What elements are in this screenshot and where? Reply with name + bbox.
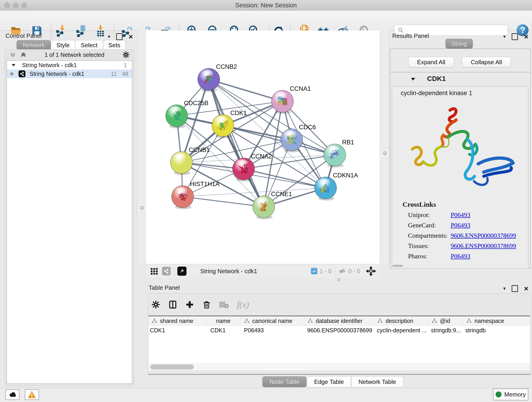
table-cell: stringdb:9... bbox=[427, 326, 462, 335]
collection-label: String Network - cdk1 bbox=[22, 62, 77, 69]
expand-all-chevron-icon[interactable] bbox=[20, 51, 27, 58]
birdseye-grid-icon[interactable] bbox=[150, 267, 158, 275]
node-CDKN1A[interactable]: CDKN1A bbox=[315, 172, 358, 201]
edge-CCNB2-CCNA1[interactable] bbox=[209, 79, 283, 101]
crosslinks-title: CrossLinks bbox=[403, 201, 436, 208]
warnings-button[interactable] bbox=[25, 389, 39, 400]
gene-name: CDK1 bbox=[427, 75, 446, 83]
results-panel-close-button[interactable]: × bbox=[524, 34, 528, 39]
table-panel-float-button[interactable] bbox=[512, 285, 518, 292]
network-canvas[interactable]: CCNB2CCNA1CDC25BCDK1CDC6RB1CCNB1CCNA2CDK… bbox=[146, 31, 380, 264]
crosslink-link[interactable]: P06493 bbox=[451, 253, 470, 260]
horizontal-splitter[interactable] bbox=[146, 278, 532, 282]
table-cell: cyclin-dependent ... bbox=[373, 326, 427, 335]
fit-content-crosshair-icon[interactable] bbox=[366, 266, 376, 276]
results-panel-menu-button[interactable]: ▾ bbox=[503, 34, 506, 40]
table-panel: Table Panel ▾ × bbox=[146, 282, 532, 387]
column-type-icon bbox=[307, 318, 313, 324]
left-splitter[interactable] bbox=[137, 31, 146, 264]
memory-status-dot-icon bbox=[496, 391, 501, 397]
tab-style[interactable]: Style bbox=[51, 40, 75, 50]
scrollbar-thumb[interactable] bbox=[150, 364, 194, 370]
crosslink-link[interactable]: 9606.ENSP00000378699 bbox=[451, 232, 516, 239]
tab-sets[interactable]: Sets bbox=[103, 40, 126, 50]
table-settings-gear-icon[interactable] bbox=[151, 300, 160, 309]
memory-label: Memory bbox=[504, 391, 526, 398]
collapse-all-button[interactable]: Collapse All bbox=[462, 57, 511, 67]
window-title: Session: New Session bbox=[0, 2, 532, 9]
control-panel-title: Control Panel bbox=[6, 32, 42, 39]
gear-icon[interactable] bbox=[122, 51, 130, 59]
results-panel-float-button[interactable] bbox=[512, 33, 518, 40]
node-RB1[interactable]: RB1 bbox=[324, 139, 354, 167]
delete-column-trash-icon[interactable] bbox=[202, 300, 211, 309]
add-column-plus-icon[interactable] bbox=[185, 300, 194, 309]
table-cell: stringdb bbox=[462, 326, 530, 335]
node-label-CCNB1: CCNB1 bbox=[189, 147, 210, 153]
network-selection-status: 1 of 1 Network selected bbox=[27, 51, 122, 58]
network-status-dot-icon bbox=[10, 72, 13, 76]
tab-string[interactable]: String bbox=[445, 39, 473, 49]
crosslink-link[interactable]: 9606.ENSP00000378699 bbox=[451, 242, 516, 249]
gene-description: cyclin-dependent kinase 1 bbox=[401, 89, 472, 97]
hidden-eye-slash-icon bbox=[338, 267, 346, 275]
tab-edge-table[interactable]: Edge Table bbox=[307, 376, 351, 387]
left-splitter-grabber[interactable] bbox=[138, 204, 146, 212]
tab-node-table[interactable]: Node Table bbox=[262, 376, 307, 387]
table-panel-title: Table Panel bbox=[149, 284, 180, 291]
gene-section-caret-icon[interactable] bbox=[410, 76, 416, 82]
show-columns-icon[interactable] bbox=[168, 300, 177, 309]
column-header-canonical-name[interactable]: canonical name bbox=[241, 316, 304, 325]
memory-button[interactable]: Memory bbox=[493, 389, 528, 400]
crosslink-link[interactable]: P06493 bbox=[451, 211, 470, 219]
control-panel-close-button[interactable]: × bbox=[128, 34, 133, 39]
column-type-icon bbox=[244, 318, 249, 324]
selected-checkbox-icon[interactable] bbox=[311, 268, 317, 274]
column-type-icon bbox=[377, 318, 383, 324]
network-row-selected[interactable]: String Network - cdk1 11 48 bbox=[7, 70, 132, 78]
table-cell: P06493 bbox=[240, 326, 304, 335]
status-bar: Memory bbox=[0, 388, 532, 402]
crosslink-link[interactable]: P06493 bbox=[451, 222, 470, 229]
column-header-name[interactable]: name bbox=[207, 316, 241, 325]
tab-network[interactable]: Network bbox=[17, 40, 51, 50]
node-label-HIST1H1A: HIST1H1A bbox=[190, 181, 220, 187]
table-row[interactable]: CDK1CDK1P064939606.ENSP00000378699cyclin… bbox=[148, 326, 530, 335]
edge-HIST1H1A-CCNE1[interactable] bbox=[183, 197, 264, 207]
table-panel-menu-button[interactable]: ▾ bbox=[503, 286, 506, 292]
open-in-new-window-icon[interactable] bbox=[177, 267, 186, 276]
right-splitter-grabber[interactable] bbox=[380, 149, 389, 157]
node-label-CDC6: CDC6 bbox=[299, 124, 316, 131]
control-panel-float-button[interactable] bbox=[116, 33, 123, 40]
node-label-CCNE1: CCNE1 bbox=[271, 191, 292, 198]
cloud-status-button[interactable] bbox=[5, 389, 19, 400]
results-horizontal-scrollbar[interactable] bbox=[393, 265, 403, 267]
network-share-icon[interactable] bbox=[162, 267, 171, 275]
control-panel-menu-button[interactable]: ▾ bbox=[108, 34, 110, 40]
column-header-namespace[interactable]: namespace bbox=[463, 316, 530, 325]
table-panel-close-button[interactable]: × bbox=[524, 286, 528, 291]
column-header-label: description bbox=[386, 318, 413, 324]
column-header--id[interactable]: @id bbox=[428, 316, 463, 325]
node-label-CCNA2: CCNA2 bbox=[251, 153, 272, 160]
column-header-shared-name[interactable]: shared name bbox=[148, 316, 207, 325]
column-header-database-identifier[interactable]: database identifier bbox=[304, 316, 374, 325]
tab-network-table[interactable]: Network Table bbox=[351, 376, 403, 387]
network-collection-row[interactable]: String Network - cdk1 1 bbox=[7, 61, 132, 70]
crosslink-label: Uniprot: bbox=[408, 211, 430, 219]
node-CCNB1[interactable]: CCNB1 bbox=[171, 147, 210, 175]
node-label-CDK1: CDK1 bbox=[230, 109, 247, 116]
cloud-icon bbox=[8, 390, 17, 399]
table-horizontal-scrollbar[interactable] bbox=[148, 363, 530, 370]
tree-expand-caret-icon[interactable] bbox=[11, 63, 16, 68]
right-splitter[interactable] bbox=[380, 31, 389, 264]
expand-all-button[interactable]: Expand All bbox=[408, 57, 454, 67]
column-header-label: @id bbox=[440, 318, 450, 324]
tab-select[interactable]: Select bbox=[75, 40, 103, 50]
function-builder-icon: f(x) bbox=[237, 300, 249, 310]
column-header-description[interactable]: description bbox=[374, 316, 428, 325]
edge-CCNB2-CCNE1[interactable] bbox=[209, 79, 264, 207]
edge-CCNA2-CDKN1A[interactable] bbox=[244, 169, 326, 188]
collapse-all-chevron-icon[interactable] bbox=[9, 51, 16, 58]
node-CDK1[interactable]: CDK1 bbox=[212, 109, 247, 138]
